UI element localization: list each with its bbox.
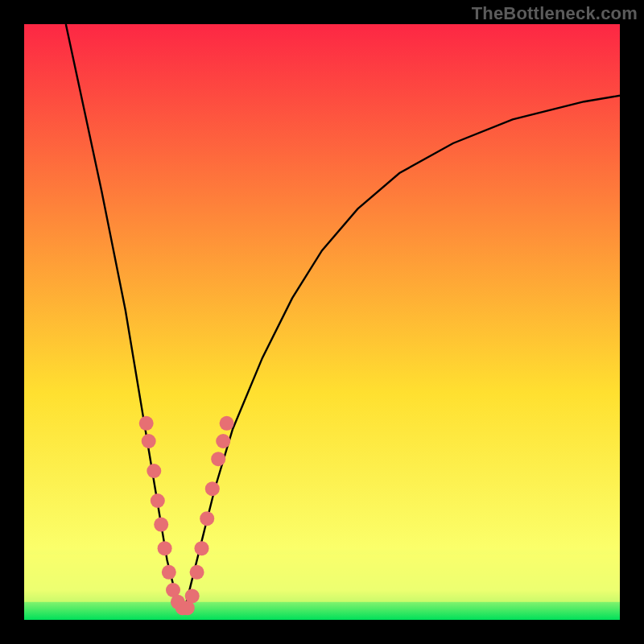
accent-band bbox=[24, 555, 620, 602]
marker-dot bbox=[139, 416, 154, 431]
chart-frame: TheBottleneck.com bbox=[0, 0, 644, 644]
marker-dot bbox=[142, 434, 156, 448]
marker-dot bbox=[211, 452, 225, 466]
marker-dot bbox=[195, 541, 209, 555]
marker-dot bbox=[147, 464, 161, 478]
chart-svg bbox=[24, 24, 620, 620]
marker-dot bbox=[154, 518, 168, 532]
plot-area bbox=[24, 24, 620, 620]
marker-dot bbox=[205, 481, 220, 496]
marker-dot bbox=[220, 416, 234, 431]
marker-dot bbox=[185, 588, 200, 603]
marker-dot bbox=[190, 565, 204, 580]
marker-dot bbox=[151, 493, 165, 508]
marker-dot bbox=[200, 511, 214, 526]
watermark-text: TheBottleneck.com bbox=[472, 3, 638, 24]
gradient-background bbox=[24, 24, 620, 620]
marker-dot bbox=[216, 434, 230, 448]
marker-dot bbox=[158, 541, 172, 555]
marker-dot bbox=[162, 565, 176, 580]
